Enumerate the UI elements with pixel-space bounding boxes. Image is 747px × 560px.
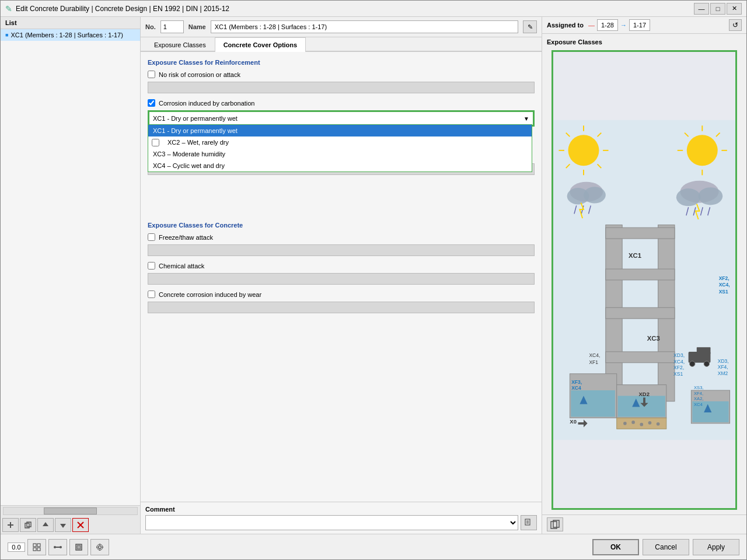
freeze-checkbox[interactable]	[148, 233, 155, 241]
list-delete-button[interactable]	[72, 518, 89, 532]
comment-label: Comment	[145, 506, 537, 513]
svg-text:XF1: XF1	[589, 359, 598, 365]
minimize-button[interactable]: —	[694, 3, 709, 15]
svg-point-100	[60, 546, 62, 548]
surfaces-icon: →	[620, 22, 627, 29]
svg-text:XC4,: XC4,	[719, 282, 730, 288]
right-bottom	[542, 514, 746, 534]
dropdown-arrow-icon: ▼	[523, 116, 529, 122]
svg-rect-96	[33, 548, 36, 551]
svg-rect-102	[77, 545, 81, 549]
comment-select[interactable]	[145, 515, 518, 530]
svg-point-36	[676, 188, 701, 206]
freeze-bar	[148, 244, 535, 256]
name-row: No. Name ✎	[141, 17, 542, 37]
svg-point-87	[657, 422, 660, 426]
svg-text:XD3,: XD3,	[718, 358, 729, 364]
tab-bar: Exposure Classes Concrete Cover Options	[141, 37, 542, 52]
svg-text:XS1: XS1	[719, 289, 728, 295]
list-up-button[interactable]	[37, 518, 54, 532]
no-risk-checkbox[interactable]	[148, 71, 155, 78]
svg-text:XD3,: XD3,	[673, 352, 685, 358]
svg-text:XF2,: XF2,	[719, 275, 729, 281]
svg-rect-95	[37, 544, 40, 547]
svg-rect-89	[697, 347, 711, 354]
footer: 0.0	[1, 534, 746, 559]
dropdown-option-xc1[interactable]: XC1 - Dry or permanently wet	[148, 125, 532, 136]
footer-grid-button[interactable]	[27, 539, 46, 555]
no-risk-bar	[148, 82, 535, 93]
svg-text:XC1: XC1	[629, 252, 641, 259]
footer-surfaces-button[interactable]	[69, 539, 88, 555]
wear-checkbox[interactable]	[148, 290, 155, 298]
chemical-checkbox[interactable]	[148, 262, 155, 270]
tab-concrete-cover[interactable]: Concrete Cover Options	[215, 37, 306, 52]
carbonation-dropdown-header[interactable]: XC1 - Dry or permanently wet ▼	[149, 111, 533, 125]
tab-exposure-classes[interactable]: Exposure Classes	[145, 37, 215, 52]
svg-text:XS1: XS1	[673, 371, 683, 377]
svg-point-90	[690, 361, 695, 366]
svg-rect-56	[571, 390, 615, 416]
chemical-bar	[148, 273, 535, 285]
svg-point-84	[631, 421, 635, 424]
svg-rect-49	[606, 307, 675, 318]
refresh-button[interactable]: ↺	[729, 19, 742, 31]
list-copy-button[interactable]	[20, 518, 36, 532]
app-icon: ✎	[5, 4, 12, 13]
diagram-title: Exposure Classes	[547, 38, 742, 46]
svg-text:XC3: XC3	[647, 335, 660, 342]
chemical-label: Chemical attack	[159, 262, 204, 270]
freeze-label: Freeze/thaw attack	[159, 234, 213, 241]
list-down-button[interactable]	[55, 518, 71, 532]
name-edit-button[interactable]: ✎	[523, 20, 537, 33]
ok-button[interactable]: OK	[592, 539, 639, 555]
svg-rect-1	[10, 522, 11, 528]
close-button[interactable]: ✕	[727, 3, 742, 15]
svg-text:XC4: XC4	[694, 402, 703, 407]
svg-point-103	[99, 545, 102, 548]
middle-section: No. Name ✎ Exposure Classes Concrete Cov…	[141, 17, 542, 534]
svg-text:XM2: XM2	[718, 370, 728, 376]
surfaces-value-text: 1-17	[633, 22, 646, 29]
name-input[interactable]	[211, 20, 518, 33]
carbonation-label: Corrosion induced by carbonation	[159, 100, 255, 107]
tab-content-area: Exposure Classes for Reinforcement No ri…	[141, 52, 542, 502]
list-item-label: XC1 (Members : 1-28 | Surfaces : 1-17)	[11, 32, 123, 38]
section-concrete-title: Exposure Classes for Concrete	[148, 222, 535, 229]
carbonation-row: Corrosion induced by carbonation	[148, 99, 535, 107]
carbonation-dropdown[interactable]: XC1 - Dry or permanently wet ▼ XC1 - Dry…	[148, 110, 535, 127]
copy-diagram-button[interactable]	[547, 517, 563, 531]
dropdown-option-xc4[interactable]: XC4 – Cyclic wet and dry	[148, 160, 532, 172]
svg-point-86	[648, 421, 652, 425]
dropdown-option-xc2[interactable]: XC2 – Wet, rarely dry	[163, 136, 532, 148]
svg-text:XC4,: XC4,	[673, 359, 685, 365]
apply-button[interactable]: Apply	[693, 539, 739, 555]
svg-point-83	[623, 422, 627, 425]
carbonation-checkbox[interactable]	[148, 99, 155, 107]
list-panel: List ■ XC1 (Members : 1-28 | Surfaces : …	[1, 17, 141, 534]
svg-marker-5	[60, 524, 66, 528]
svg-point-104	[97, 544, 103, 550]
maximize-button[interactable]: □	[710, 3, 725, 15]
cancel-button[interactable]: Cancel	[643, 539, 689, 555]
list-add-button[interactable]	[2, 518, 19, 532]
svg-point-13	[568, 135, 599, 166]
xc2-checkbox[interactable]	[152, 139, 159, 146]
footer-members-button[interactable]	[48, 539, 67, 555]
list-item[interactable]: ■ XC1 (Members : 1-28 | Surfaces : 1-17)	[1, 29, 140, 41]
surfaces-value: 1-17	[629, 19, 650, 31]
svg-text:XS3,: XS3,	[694, 385, 703, 390]
svg-rect-63	[618, 396, 665, 417]
svg-marker-4	[43, 522, 48, 526]
svg-point-85	[640, 423, 643, 426]
svg-rect-50	[606, 352, 675, 363]
dropdown-option-xc3[interactable]: XC3 – Moderate humidity	[148, 148, 532, 160]
members-icon: —	[588, 22, 595, 29]
number-input[interactable]	[160, 20, 184, 33]
carbonation-selected-value: XC1 - Dry or permanently wet	[153, 115, 238, 122]
wear-bar	[148, 302, 535, 313]
svg-text:XC4,: XC4,	[589, 352, 600, 358]
no-risk-row: No risk of corrosion or attack	[148, 71, 535, 78]
footer-settings-button[interactable]	[90, 539, 109, 555]
comment-edit-button[interactable]	[521, 515, 537, 530]
